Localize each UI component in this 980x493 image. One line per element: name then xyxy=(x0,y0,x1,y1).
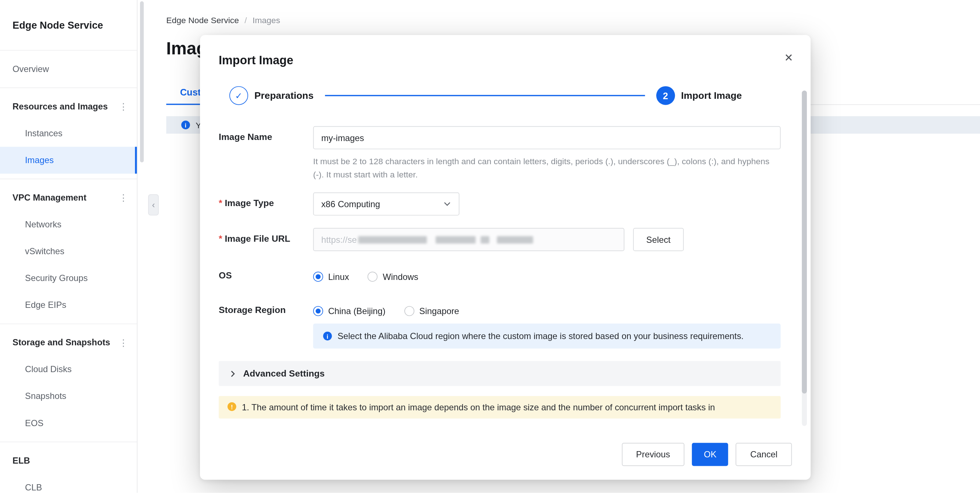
previous-button[interactable]: Previous xyxy=(622,443,684,466)
step-number: 2 xyxy=(656,86,675,105)
sidebar-title: Edge Node Service xyxy=(0,0,137,45)
breadcrumb-root[interactable]: Edge Node Service xyxy=(166,16,239,25)
import-warning-box: ! 1. The amount of time it takes to impo… xyxy=(219,396,781,418)
info-icon: i xyxy=(181,120,190,129)
app-window: Edge Node Service Overview Resources and… xyxy=(0,0,980,493)
image-type-label: *Image Type xyxy=(219,192,313,216)
radio-china-beijing[interactable]: China (Beijing) xyxy=(313,306,386,316)
import-warning-text: 1. The amount of time it takes to import… xyxy=(242,401,715,414)
sidebar-item-snapshots[interactable]: Snapshots xyxy=(0,383,137,410)
close-icon[interactable]: ✕ xyxy=(784,52,793,63)
step-label: Preparations xyxy=(255,90,313,101)
sidebar-item-security-groups[interactable]: Security Groups xyxy=(0,265,137,292)
sidebar-scrollbar[interactable] xyxy=(140,1,144,162)
divider xyxy=(0,442,137,442)
sidebar-item-clb[interactable]: CLB xyxy=(0,474,137,493)
redacted-text xyxy=(496,236,533,243)
radio-checked-icon xyxy=(313,272,323,282)
chevron-down-icon xyxy=(443,200,451,208)
sidebar-item-networks[interactable]: Networks xyxy=(0,211,137,238)
radio-checked-icon xyxy=(313,306,323,316)
advanced-settings-toggle[interactable]: Advanced Settings xyxy=(219,361,781,386)
os-row: OS Linux Windows xyxy=(219,270,781,282)
radio-unchecked-icon xyxy=(368,272,378,282)
required-asterisk: * xyxy=(219,234,223,244)
sidebar-group-label: ELB xyxy=(13,447,30,474)
url-placeholder: https://se xyxy=(321,235,357,244)
modal-header: Import Image ✕ xyxy=(200,35,811,67)
os-label: OS xyxy=(219,270,313,282)
sidebar-item-edge-eips[interactable]: Edge EIPs xyxy=(0,292,137,319)
divider xyxy=(0,50,137,51)
image-type-label-text: Image Type xyxy=(225,198,274,208)
sidebar-item-instances[interactable]: Instances xyxy=(0,120,137,147)
radio-windows[interactable]: Windows xyxy=(368,272,418,282)
import-image-form: Image Name It must be 2 to 128 character… xyxy=(200,105,811,419)
breadcrumb-separator: / xyxy=(245,16,247,25)
redacted-text xyxy=(480,236,489,243)
step-label: Import Image xyxy=(681,90,742,101)
image-type-select[interactable]: x86 Computing xyxy=(313,192,460,216)
advanced-settings-label: Advanced Settings xyxy=(243,368,325,378)
breadcrumb: Edge Node Service/Images xyxy=(166,16,280,25)
sidebar-group-label: Storage and Snapshots xyxy=(13,329,110,356)
radio-linux[interactable]: Linux xyxy=(313,272,349,282)
divider xyxy=(0,179,137,179)
select-file-button[interactable]: Select xyxy=(633,228,684,251)
sidebar-group-resources-and-images[interactable]: Resources and Images ⋮ xyxy=(0,93,137,120)
chevron-right-icon xyxy=(229,369,237,378)
breadcrumb-current: Images xyxy=(253,16,280,25)
image-name-input[interactable] xyxy=(313,126,781,149)
image-name-label: Image Name xyxy=(219,126,313,181)
modal-title: Import Image xyxy=(219,54,293,67)
step-check-icon: ✓ xyxy=(229,86,248,105)
image-type-selected-value: x86 Computing xyxy=(321,199,380,209)
modal-scrollbar-track[interactable] xyxy=(802,91,807,426)
radio-label: China (Beijing) xyxy=(328,306,386,316)
image-type-row: *Image Type x86 Computing xyxy=(219,192,781,216)
info-icon: i xyxy=(323,332,332,341)
step-preparations: ✓ Preparations xyxy=(229,86,313,105)
sidebar-item-eos[interactable]: EOS xyxy=(0,410,137,436)
sidebar-group-storage-and-snapshots[interactable]: Storage and Snapshots ⋮ xyxy=(0,329,137,356)
more-icon[interactable]: ⋮ xyxy=(119,329,128,356)
more-icon[interactable]: ⋮ xyxy=(119,93,128,120)
divider xyxy=(0,87,137,88)
image-file-url-input[interactable]: https://se xyxy=(313,228,625,251)
sidebar: Edge Node Service Overview Resources and… xyxy=(0,0,137,493)
region-info-box: i Select the Alibaba Cloud region where … xyxy=(313,323,781,349)
cancel-button[interactable]: Cancel xyxy=(736,443,792,466)
radio-label: Linux xyxy=(328,272,349,282)
modal-scrollbar-thumb[interactable] xyxy=(802,91,807,394)
sidebar-group-elb[interactable]: ELB xyxy=(0,447,137,474)
divider xyxy=(0,323,137,324)
sidebar-item-images[interactable]: Images xyxy=(0,147,137,174)
image-file-url-row: *Image File URL https://se Select xyxy=(219,228,781,251)
sidebar-item-cloud-disks[interactable]: Cloud Disks xyxy=(0,356,137,383)
image-file-url-label-text: Image File URL xyxy=(225,234,290,244)
ok-button[interactable]: OK xyxy=(692,443,728,466)
radio-label: Windows xyxy=(383,272,418,282)
required-asterisk: * xyxy=(219,198,223,208)
image-name-help: It must be 2 to 128 characters in length… xyxy=(313,155,781,181)
radio-singapore[interactable]: Singapore xyxy=(404,306,459,316)
sidebar-collapse-button[interactable]: ‹ xyxy=(148,194,159,216)
sidebar-group-label: VPC Management xyxy=(13,184,86,211)
sidebar-group-vpc-management[interactable]: VPC Management ⋮ xyxy=(0,184,137,211)
redacted-text xyxy=(358,236,427,243)
storage-region-row: Storage Region China (Beijing) Singapore xyxy=(219,304,781,349)
sidebar-item-vswitches[interactable]: vSwitches xyxy=(0,238,137,265)
stepper: ✓ Preparations 2 Import Image xyxy=(229,86,742,105)
redacted-text xyxy=(436,236,476,243)
chevron-left-icon: ‹ xyxy=(152,200,155,210)
sidebar-item-overview[interactable]: Overview xyxy=(0,55,137,82)
image-name-row: Image Name It must be 2 to 128 character… xyxy=(219,126,781,181)
step-import-image: 2 Import Image xyxy=(656,86,742,105)
image-file-url-label: *Image File URL xyxy=(219,228,313,251)
region-info-text: Select the Alibaba Cloud region where th… xyxy=(337,330,744,342)
radio-label: Singapore xyxy=(419,306,460,316)
more-icon[interactable]: ⋮ xyxy=(119,184,128,211)
modal-footer: Previous OK Cancel xyxy=(200,428,811,479)
storage-region-label: Storage Region xyxy=(219,304,313,349)
warning-icon: ! xyxy=(228,402,236,411)
